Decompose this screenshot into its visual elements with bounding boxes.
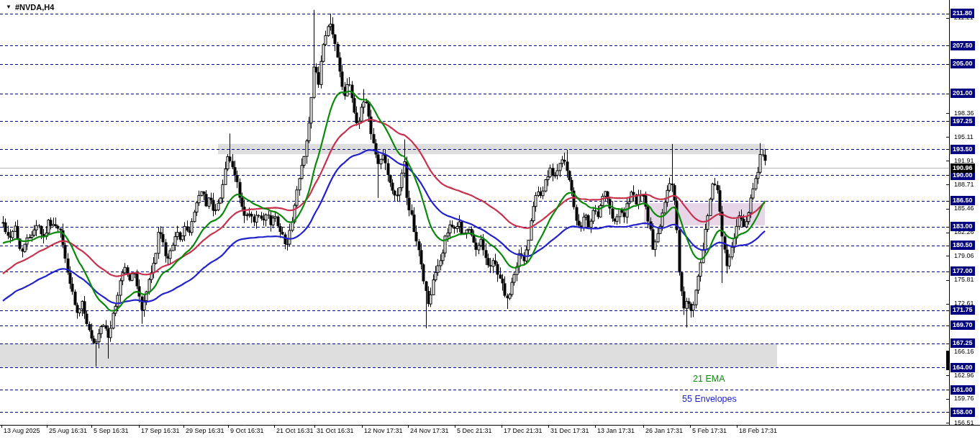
price-level-badge: 177.00 (950, 266, 975, 276)
price-level-badge: 205.00 (950, 59, 975, 68)
time-scale-label: 31 Oct 16:31 (317, 427, 354, 434)
time-scale-label: 13 Aug 2025 (4, 427, 40, 434)
price-level-badge: 183.00 (950, 222, 975, 231)
price-level-badge: 186.50 (950, 196, 975, 205)
price-scale-label: 195.11 (954, 133, 974, 142)
price-scale-label: 156.51 (954, 418, 974, 428)
time-scale-label: 9 Oct 16:31 (230, 427, 264, 434)
price-level-badge: 197.25 (950, 117, 975, 126)
time-scale-label: 21 Oct 16:31 (276, 427, 314, 434)
time-scale-label: 18 Feb 17:31 (739, 427, 777, 434)
price-scale-label: 166.16 (954, 347, 974, 356)
price-level-badge: 193.50 (950, 145, 975, 154)
time-scale-label: 17 Sep 16:31 (141, 427, 180, 434)
time-scale-label: 29 Sep 16:31 (186, 427, 224, 434)
price-scale-label: 175.81 (954, 275, 974, 284)
time-scale-label: 12 Nov 17:31 (364, 427, 403, 434)
price-scale-label: 159.76 (954, 394, 974, 403)
symbol-dropdown-icon[interactable]: ▼ (6, 4, 12, 10)
current-price-badge: 190.96 (950, 163, 975, 173)
symbol-selector[interactable]: ▼ #NVDA,H4 (6, 3, 54, 12)
price-level-badge: 180.50 (950, 241, 975, 250)
time-scale-label: 26 Jan 17:31 (645, 427, 683, 434)
time-scale-label: 25 Aug 16:31 (49, 427, 87, 434)
price-chart-canvas[interactable] (0, 0, 980, 440)
price-level-badge: 169.70 (950, 320, 975, 330)
time-scale-label: 17 Dec 21:31 (504, 427, 543, 434)
envelopes-annotation: 55 Envelopes (682, 394, 737, 404)
time-scale-label: 31 Dec 17:31 (550, 427, 589, 434)
price-level-badge: 158.00 (950, 408, 975, 417)
time-scale-label: 5 Sep 16:31 (94, 427, 129, 434)
symbol-label-text: #NVDA,H4 (15, 3, 54, 12)
price-level-badge: 207.50 (950, 41, 975, 50)
time-scale-label: 5 Feb 17:31 (692, 427, 727, 434)
price-level-badge: 211.80 (950, 9, 974, 18)
price-level-badge: 201.00 (950, 89, 975, 98)
price-level-badge: 167.25 (950, 338, 975, 348)
time-scale-label: 5 Dec 21:31 (457, 427, 492, 434)
price-scale-label: 188.71 (954, 180, 974, 189)
price-level-badge: 171.75 (950, 305, 975, 315)
time-scale-label: 24 Nov 17:31 (410, 427, 449, 434)
price-level-badge: 161.00 (950, 385, 975, 395)
price-axis-marker (946, 351, 949, 370)
ema-annotation: 21 EMA (693, 374, 725, 384)
price-scale-label: 179.06 (954, 251, 974, 261)
price-level-badge: 164.00 (950, 363, 975, 372)
time-scale-label: 13 Jan 17:31 (597, 427, 635, 434)
